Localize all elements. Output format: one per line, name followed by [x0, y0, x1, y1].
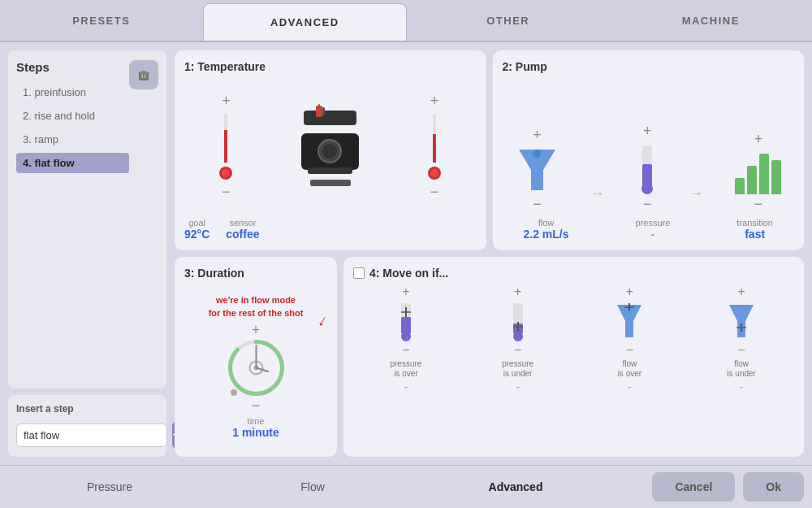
flow-over-minus[interactable]: −: [626, 343, 633, 358]
step-item-4[interactable]: 4. flat flow: [16, 153, 129, 173]
pressure-minus-button[interactable]: −: [643, 196, 652, 213]
svg-point-8: [222, 169, 230, 177]
sensor-label: sensor: [229, 218, 256, 228]
bar-1: [735, 178, 745, 194]
svg-rect-0: [139, 72, 149, 80]
flow-label: flow: [538, 218, 555, 228]
steps-title: Steps: [16, 60, 129, 74]
svg-rect-6: [224, 130, 227, 163]
pressure-under-group: + − pressureis under -: [465, 284, 571, 393]
flow-arrow-icon: →: [591, 186, 604, 213]
svg-rect-3: [142, 74, 144, 78]
sensor-minus-button[interactable]: −: [430, 185, 439, 199]
sensor-thermometer-icon: [425, 110, 444, 183]
moveon-content: + − pressureis over -: [353, 284, 794, 447]
bottom-row: 3: Duration we're in flow mode for the r…: [175, 257, 804, 457]
pressure-under-value: -: [516, 380, 519, 393]
cancel-button[interactable]: Cancel: [652, 472, 735, 501]
flow-over-plus[interactable]: +: [626, 284, 633, 299]
bar-4: [771, 160, 781, 194]
trash-icon: [136, 67, 151, 82]
pressure-under-label: pressureis under: [502, 359, 533, 379]
tab-other[interactable]: OTHER: [407, 0, 610, 41]
temperature-card: 1: Temperature + −: [175, 50, 486, 250]
pressure-under-plus[interactable]: +: [514, 284, 521, 299]
pressure-over-plus[interactable]: +: [402, 284, 409, 299]
step-list: 1. preinfusion 2. rise and hold 3. ramp …: [16, 82, 129, 173]
pressure-under-minus[interactable]: −: [514, 343, 521, 358]
pressure-plus-button[interactable]: +: [643, 123, 652, 140]
portafilter-icon: [300, 104, 361, 128]
flow-value: 2.2 mL/s: [524, 228, 569, 241]
tab-machine[interactable]: MACHINE: [610, 0, 813, 41]
flow-label-group: flow 2.2 mL/s: [524, 218, 569, 241]
temp-gauge: + −: [216, 93, 235, 199]
svg-point-21: [430, 169, 438, 177]
temp-plus-button[interactable]: +: [222, 93, 231, 108]
flow-over-funnel-icon: [613, 301, 646, 341]
svg-point-33: [231, 389, 237, 396]
bar-3: [759, 154, 769, 194]
duration-minus-button[interactable]: −: [252, 398, 261, 413]
svg-point-15: [322, 144, 337, 158]
annotation-line2: for the rest of the shot: [209, 308, 304, 318]
pressure-over-label: pressureis over: [390, 359, 421, 379]
duration-labels: time 1 minute: [232, 416, 279, 439]
transition-arrow-icon: →: [690, 186, 703, 213]
pressure-over-minus[interactable]: −: [402, 343, 409, 358]
right-panel: 1: Temperature + −: [175, 50, 804, 457]
pressure-gauge-icon: [636, 141, 659, 194]
svg-rect-9: [304, 111, 356, 125]
moveon-checkbox[interactable]: [353, 267, 365, 279]
svg-point-26: [641, 183, 653, 194]
pump-card-title: 2: Pump: [503, 60, 795, 73]
step-item-2[interactable]: 2. rise and hold: [16, 106, 129, 126]
svg-rect-16: [308, 167, 352, 174]
flow-under-plus[interactable]: +: [737, 284, 745, 299]
flow-under-minus[interactable]: −: [737, 343, 745, 358]
bottom-bar: Pressure Flow Advanced Cancel Ok: [0, 465, 812, 508]
step-item-3[interactable]: 3. ramp: [16, 129, 129, 150]
machine-body-icon: [300, 132, 361, 176]
main-content: Steps 1. preinfusion 2. rise and hold 3.…: [0, 42, 812, 465]
sensor-gauge: + −: [425, 93, 444, 199]
insert-step-input[interactable]: [16, 423, 167, 447]
sidebar: Steps 1. preinfusion 2. rise and hold 3.…: [8, 50, 166, 457]
duration-content: we're in flow mode for the rest of the s…: [184, 286, 327, 447]
pressure-label: pressure: [636, 218, 671, 228]
pump-content: + − → +: [503, 80, 795, 213]
duration-plus-button[interactable]: +: [252, 323, 261, 337]
svg-point-23: [533, 150, 541, 158]
transition-group: + −: [735, 131, 781, 213]
flow-minus-button[interactable]: −: [533, 196, 542, 213]
pump-card: 2: Pump + − → +: [493, 50, 805, 250]
bottom-tab-pressure[interactable]: Pressure: [8, 472, 211, 501]
flow-plus-button[interactable]: +: [533, 127, 542, 144]
tab-presets[interactable]: PRESETS: [0, 0, 203, 41]
pressure-over-value: -: [404, 380, 408, 393]
flow-over-group: + − flowis over -: [577, 284, 683, 393]
pressure-over-icon: [390, 301, 422, 341]
temp-content: + −: [184, 80, 477, 213]
temp-minus-button[interactable]: −: [222, 185, 231, 199]
flow-over-label: flowis over: [618, 359, 641, 379]
svg-point-41: [513, 332, 523, 341]
timer-circle-icon: [226, 337, 287, 398]
tab-advanced[interactable]: ADVANCED: [203, 3, 408, 41]
sensor-plus-button[interactable]: +: [430, 93, 439, 108]
temp-labels: goal 92°C sensor coffee: [184, 218, 477, 241]
step-item-1[interactable]: 1. preinfusion: [16, 82, 129, 102]
transition-plus-button[interactable]: +: [754, 131, 763, 148]
bottom-tab-advanced[interactable]: Advanced: [414, 472, 617, 501]
flow-under-value: -: [740, 380, 743, 393]
annotation-line1: we're in flow mode: [216, 295, 296, 305]
annotation-arrow-icon: ↓: [314, 308, 333, 332]
moveon-card: 4: Move on if... +: [343, 257, 804, 457]
svg-rect-12: [322, 107, 325, 115]
delete-step-button[interactable]: [129, 60, 158, 89]
bottom-tab-flow[interactable]: Flow: [211, 472, 414, 501]
duration-card: 3: Duration we're in flow mode for the r…: [175, 257, 337, 457]
transition-minus-button[interactable]: −: [754, 196, 763, 213]
ok-button[interactable]: Ok: [743, 472, 804, 501]
svg-point-36: [401, 332, 411, 341]
